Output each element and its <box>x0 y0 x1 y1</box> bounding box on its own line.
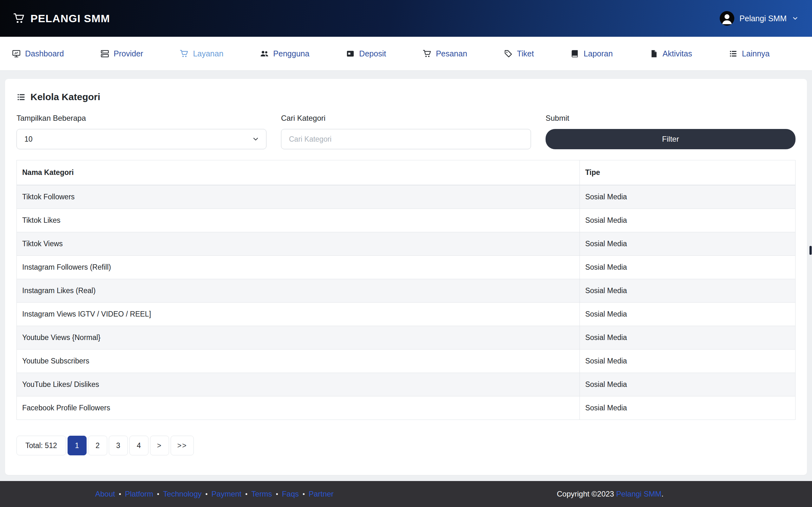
footer-link-about[interactable]: About <box>95 490 115 498</box>
category-name-cell: Tiktok Followers <box>17 185 580 209</box>
footer-link-faqs[interactable]: Faqs <box>282 490 299 498</box>
categories-table: Nama Kategori Tipe Tiktok FollowersSosia… <box>16 160 796 420</box>
monitor-icon <box>12 49 20 58</box>
panel-title-text: Kelola Kategori <box>31 92 100 102</box>
category-name-cell: Instagram Followers (Refill) <box>17 256 580 279</box>
nav-item-label: Tiket <box>517 49 534 58</box>
page-button-4[interactable]: 4 <box>130 436 148 455</box>
page-button-3[interactable]: 3 <box>109 436 128 455</box>
nav-item-label: Aktivitas <box>663 49 692 58</box>
page-button-1[interactable]: 1 <box>67 436 87 455</box>
separator-dot: • <box>206 491 208 498</box>
app-header: PELANGI SMM Pelangi SMM <box>0 0 812 37</box>
footer-link-technology[interactable]: Technology <box>163 490 201 498</box>
search-field: Cari Kategori <box>281 114 531 149</box>
copyright-link[interactable]: Pelangi SMM <box>616 490 662 498</box>
category-type-cell: Sosial Media <box>579 232 795 256</box>
table-row: Tiktok LikesSosial Media <box>17 209 796 232</box>
page-button-2[interactable]: 2 <box>88 436 107 455</box>
avatar <box>720 11 734 26</box>
nav-item-dashboard[interactable]: Dashboard <box>12 49 64 58</box>
separator-dot: • <box>119 491 121 498</box>
cart-icon <box>13 13 25 24</box>
nav-item-label: Pesanan <box>436 49 467 58</box>
table-row: YouTube Likes/ DislikesSosial Media <box>17 373 796 396</box>
page-size-field: Tampilkan Beberapa 10 <box>16 114 266 149</box>
nav-item-deposit[interactable]: Deposit <box>346 49 386 58</box>
nav-item-label: Pengguna <box>273 49 309 58</box>
cart-icon <box>180 49 189 58</box>
table-row: Instagram Likes (Real)Sosial Media <box>17 279 796 302</box>
separator-dot: • <box>276 491 278 498</box>
brand[interactable]: PELANGI SMM <box>13 12 110 25</box>
show-label: Tampilkan Beberapa <box>16 114 266 123</box>
book-icon <box>571 49 579 58</box>
list-icon <box>729 49 738 58</box>
main-nav: DashboardProviderLayananPenggunaDepositP… <box>0 37 812 71</box>
column-header-nama-kategori: Nama Kategori <box>17 160 580 185</box>
nav-item-layanan[interactable]: Layanan <box>180 49 223 58</box>
scrollbar-thumb[interactable] <box>809 246 812 255</box>
column-header-tipe: Tipe <box>579 160 795 185</box>
separator-dot: • <box>245 491 247 498</box>
nav-item-label: Provider <box>113 49 143 58</box>
app-footer: About•Platform•Technology•Payment•Terms•… <box>0 481 812 507</box>
nav-item-lainnya[interactable]: Lainnya <box>729 49 770 58</box>
footer-link-payment[interactable]: Payment <box>212 490 242 498</box>
nav-item-label: Layanan <box>193 49 223 58</box>
category-type-cell: Sosial Media <box>579 302 795 326</box>
category-name-cell: Instagram Likes (Real) <box>17 279 580 302</box>
server-icon <box>101 49 109 58</box>
nav-item-pesanan[interactable]: Pesanan <box>423 49 467 58</box>
submit-field: Submit Filter <box>546 114 796 149</box>
nav-item-aktivitas[interactable]: Aktivitas <box>650 49 692 58</box>
nav-item-label: Dashboard <box>25 49 64 58</box>
table-row: Youtube SubscribersSosial Media <box>17 349 796 373</box>
kelola-kategori-panel: Kelola Kategori Tampilkan Beberapa 10 Ca… <box>5 79 807 475</box>
footer-link-terms[interactable]: Terms <box>251 490 272 498</box>
footer-link-partner[interactable]: Partner <box>309 490 334 498</box>
category-name-cell: Facebook Profile Followers <box>17 396 580 420</box>
category-type-cell: Sosial Media <box>579 185 795 209</box>
category-name-cell: Tiktok Likes <box>17 209 580 232</box>
category-name-cell: Tiktok Views <box>17 232 580 256</box>
list-icon <box>16 93 26 102</box>
filter-form: Tampilkan Beberapa 10 Cari Kategori Subm… <box>16 114 796 149</box>
nav-item-label: Lainnya <box>742 49 770 58</box>
tag-icon <box>504 49 513 58</box>
filter-button[interactable]: Filter <box>546 129 796 149</box>
user-menu[interactable]: Pelangi SMM <box>720 11 799 26</box>
table-row: Instagram Views IGTV / VIDEO / REEL]Sosi… <box>17 302 796 326</box>
category-type-cell: Sosial Media <box>579 326 795 349</box>
table-row: Facebook Profile FollowersSosial Media <box>17 396 796 420</box>
search-label: Cari Kategori <box>281 114 531 123</box>
table-row: Tiktok FollowersSosial Media <box>17 185 796 209</box>
nav-item-provider[interactable]: Provider <box>101 49 143 58</box>
page-size-select[interactable]: 10 <box>16 129 266 149</box>
nav-item-laporan[interactable]: Laporan <box>571 49 613 58</box>
table-row: Tiktok ViewsSosial Media <box>17 232 796 256</box>
nav-item-pengguna[interactable]: Pengguna <box>260 49 309 58</box>
table-row: Instagram Followers (Refill)Sosial Media <box>17 256 796 279</box>
category-type-cell: Sosial Media <box>579 373 795 396</box>
category-type-cell: Sosial Media <box>579 349 795 373</box>
submit-label: Submit <box>546 114 796 123</box>
brand-name: PELANGI SMM <box>31 12 110 25</box>
nav-item-label: Deposit <box>359 49 386 58</box>
category-type-cell: Sosial Media <box>579 256 795 279</box>
search-input[interactable] <box>281 129 531 149</box>
copyright-text: Copyright ©2023 <box>557 490 616 498</box>
table-header-row: Nama Kategori Tipe <box>17 160 796 185</box>
card-icon <box>346 49 355 58</box>
category-name-cell: Youtube Subscribers <box>17 349 580 373</box>
nav-item-tiket[interactable]: Tiket <box>504 49 534 58</box>
last-page-button[interactable]: >> <box>171 436 194 455</box>
main-content: Kelola Kategori Tampilkan Beberapa 10 Ca… <box>0 71 812 481</box>
category-type-cell: Sosial Media <box>579 209 795 232</box>
chevron-down-icon <box>792 15 799 22</box>
copyright-suffix: . <box>661 490 664 498</box>
pagination: Total: 5121234>>> <box>16 436 796 455</box>
next-page-button[interactable]: > <box>150 436 169 455</box>
footer-link-platform[interactable]: Platform <box>125 490 153 498</box>
footer-links: About•Platform•Technology•Payment•Terms•… <box>95 490 334 498</box>
